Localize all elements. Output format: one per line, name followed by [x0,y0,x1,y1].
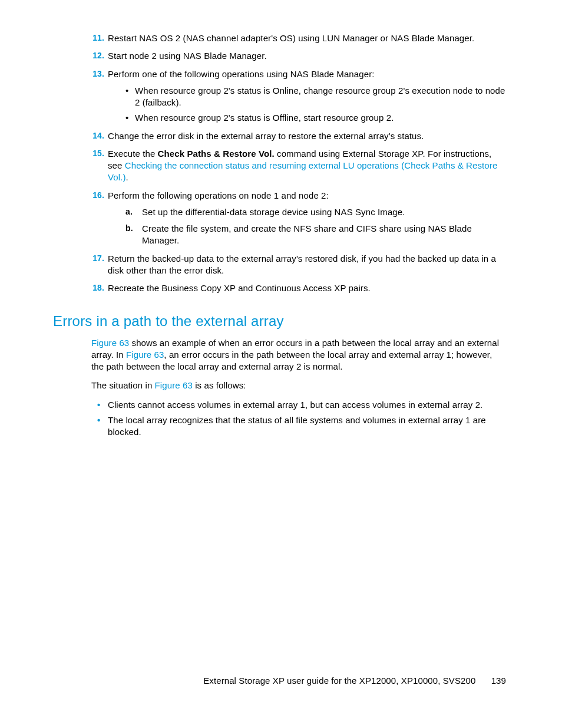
step-text: Recreate the Business Copy XP and Contin… [108,283,371,293]
sub-bullet: When resource group 2's status is Online… [125,85,506,109]
alpha-label: a. [125,206,133,218]
step-text: Restart NAS OS 2 (NAS channel adapter's … [108,33,474,43]
page-footer: External Storage XP user guide for the X… [203,675,506,687]
text: The situation in [91,380,155,390]
page-number: 139 [491,675,506,687]
step-text: Execute the Check Paths & Restore Vol. c… [108,149,497,183]
alpha-text: Set up the differential-data storage dev… [142,207,405,217]
step-number: 13. [89,68,104,80]
bold-text: Check Paths & Restore Vol. [158,149,275,159]
step-16: 16. Perform the following operations on … [91,190,506,247]
step-12: 12. Start node 2 using NAS Blade Manager… [91,50,506,62]
step-text: Change the error disk in the external ar… [108,131,424,141]
step-text: Start node 2 using NAS Blade Manager. [108,51,267,61]
sub-bullets: When resource group 2's status is Online… [125,85,506,124]
step-18: 18. Recreate the Business Copy XP and Co… [91,282,506,294]
paragraph-2: The situation in Figure 63 is as follows… [91,380,506,391]
alpha-label: b. [125,223,133,234]
alpha-text: Create the file system, and create the N… [142,223,472,245]
alpha-item: b. Create the file system, and create th… [125,223,506,247]
step-number: 18. [89,282,104,294]
body-bullet: Clients cannot access volumes in externa… [97,399,506,411]
body-bullet-list: Clients cannot access volumes in externa… [97,399,506,439]
content-area: 11. Restart NAS OS 2 (NAS channel adapte… [53,32,506,438]
sub-alpha-list: a. Set up the differential-data storage … [125,206,506,247]
alpha-item: a. Set up the differential-data storage … [125,206,506,218]
step-text: Return the backed-up data to the externa… [108,253,496,275]
step-17: 17. Return the backed-up data to the ext… [91,253,506,277]
step-number: 15. [89,148,104,159]
step-number: 12. [89,50,104,61]
step-14: 14. Change the error disk in the externa… [91,130,506,142]
text: is as follows: [193,380,246,390]
step-number: 17. [89,253,104,264]
step-text: Perform one of the following operations … [108,69,375,79]
instruction-list: 11. Restart NAS OS 2 (NAS channel adapte… [91,32,506,294]
step-text: Perform the following operations on node… [108,190,329,200]
text-after: . [126,172,128,182]
cross-ref-link[interactable]: Checking the connection status and resum… [108,160,497,182]
section-heading: Errors in a path to the external array [53,312,506,331]
step-15: 15. Execute the Check Paths & Restore Vo… [91,148,506,184]
figure-link[interactable]: Figure 63 [155,380,193,390]
step-number: 16. [89,190,104,201]
figure-link[interactable]: Figure 63 [91,338,129,348]
step-number: 14. [89,130,104,141]
page: 11. Restart NAS OS 2 (NAS channel adapte… [0,0,562,728]
step-number: 11. [89,32,104,44]
paragraph-1: Figure 63 shows an example of when an er… [91,337,506,373]
step-11: 11. Restart NAS OS 2 (NAS channel adapte… [91,32,506,44]
text-pre: Execute the [108,149,158,159]
footer-title: External Storage XP user guide for the X… [203,676,475,686]
step-13: 13. Perform one of the following operati… [91,68,506,124]
body-bullet: The local array recognizes that the stat… [97,414,506,439]
figure-link[interactable]: Figure 63 [126,350,164,360]
sub-bullet: When resource group 2's status is Offlin… [125,112,506,124]
